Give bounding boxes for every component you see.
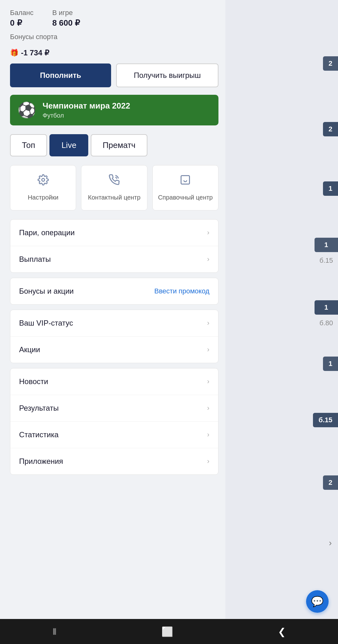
- results-label: Результаты: [19, 404, 59, 413]
- in-game-value: 8 600 ₽: [52, 18, 80, 28]
- menu-group-bonuses: Бонусы и акции Ввести промокод: [10, 278, 218, 305]
- menu-item-stats[interactable]: Статистика ›: [10, 422, 218, 448]
- chevron-payouts: ›: [207, 255, 209, 263]
- chevron-vip: ›: [207, 319, 209, 327]
- menu-item-payouts[interactable]: Выплаты ›: [10, 246, 218, 272]
- apps-label: Приложения: [19, 457, 63, 466]
- news-label: Новости: [19, 377, 48, 386]
- soccer-icon: ⚽: [18, 101, 36, 119]
- menu-item-apps[interactable]: Приложения ›: [10, 448, 218, 474]
- bottom-navigation: ⦀ ⬜ ❮: [0, 619, 338, 644]
- main-panel: Баланс 0 ₽ В игре 8 600 ₽ Бонусы спорта …: [0, 0, 228, 489]
- balance-label: Баланс: [10, 9, 33, 17]
- chevron-bets: ›: [207, 229, 209, 237]
- right-badge-4: 1: [315, 238, 338, 252]
- back-arrow-icon: ❮: [278, 626, 286, 637]
- chevron-apps: ›: [207, 457, 209, 465]
- tab-top[interactable]: Топ: [10, 134, 47, 156]
- right-badge-2: 2: [323, 122, 338, 136]
- bonus-amount: -1 734 ₽: [21, 48, 49, 57]
- tab-prematch[interactable]: Прематч: [91, 134, 147, 156]
- menu-item-vip[interactable]: Ваш VIP-статус ›: [10, 310, 218, 337]
- right-text-1: б.15: [315, 255, 338, 266]
- menu-lines-icon: ⦀: [53, 626, 57, 636]
- chat-icon: 💬: [311, 596, 324, 607]
- menu-item-news[interactable]: Новости ›: [10, 368, 218, 395]
- bonus-label: Бонусы спорта: [10, 33, 57, 41]
- settings-card[interactable]: Настройки: [10, 165, 76, 210]
- chevron-news: ›: [207, 378, 209, 386]
- wc-title: Чемпионат мира 2022: [43, 101, 130, 111]
- nav-home-button[interactable]: ⬜: [152, 623, 182, 640]
- help-icon: [180, 174, 191, 188]
- help-label: Справочный центр: [158, 193, 213, 201]
- right-badge-7: б.15: [313, 413, 338, 427]
- vip-label: Ваш VIP-статус: [19, 319, 73, 327]
- svg-point-0: [42, 179, 44, 181]
- settings-icon: [38, 174, 49, 188]
- svg-rect-1: [181, 176, 190, 184]
- help-card[interactable]: Справочный центр: [152, 165, 218, 210]
- right-chevron: ›: [329, 538, 332, 548]
- menu-item-results[interactable]: Результаты ›: [10, 395, 218, 422]
- balance-item: Баланс 0 ₽: [10, 9, 33, 28]
- promo-code-link[interactable]: Ввести промокод: [154, 287, 209, 295]
- contact-icon: [109, 174, 120, 188]
- payouts-label: Выплаты: [19, 255, 51, 264]
- contact-label: Контактный центр: [88, 193, 141, 201]
- action-buttons: Пополнить Получить выигрыш: [10, 63, 218, 87]
- home-square-icon: ⬜: [161, 626, 173, 637]
- bonus-row: Бонусы спорта: [10, 33, 218, 41]
- stats-label: Статистика: [19, 430, 59, 439]
- wc-subtitle: Футбол: [43, 112, 130, 119]
- right-badge-5: 1: [315, 300, 338, 315]
- deposit-button[interactable]: Пополнить: [10, 63, 111, 87]
- tab-live[interactable]: Live: [49, 134, 88, 156]
- chat-fab-button[interactable]: 💬: [306, 590, 329, 613]
- menu-group-bets: Пари, операции › Выплаты ›: [10, 219, 218, 273]
- bets-label: Пари, операции: [19, 228, 75, 237]
- balance-value: 0 ₽: [10, 18, 33, 28]
- wc-banner-text: Чемпионат мира 2022 Футбол: [43, 101, 130, 119]
- header-section: Баланс 0 ₽ В игре 8 600 ₽ Бонусы спорта …: [10, 9, 218, 63]
- nav-menu-button[interactable]: ⦀: [43, 623, 66, 640]
- chevron-promos: ›: [207, 346, 209, 354]
- menu-item-bonuses[interactable]: Бонусы и акции Ввести промокод: [10, 278, 218, 304]
- bonus-value-row: 🎁 -1 734 ₽: [10, 48, 218, 57]
- in-game-item: В игре 8 600 ₽: [52, 9, 80, 28]
- balance-row: Баланс 0 ₽ В игре 8 600 ₽: [10, 9, 218, 28]
- menu-group-vip: Ваш VIP-статус › Акции ›: [10, 310, 218, 363]
- menu-item-bets[interactable]: Пари, операции ›: [10, 220, 218, 246]
- quick-links-grid: Настройки Контактный центр: [10, 165, 218, 210]
- bonuses-label: Бонусы и акции: [19, 287, 74, 296]
- menu-item-promos[interactable]: Акции ›: [10, 337, 218, 363]
- right-badge-8: 2: [323, 475, 338, 490]
- nav-back-button[interactable]: ❮: [269, 623, 295, 640]
- promos-label: Акции: [19, 345, 40, 354]
- gift-icon: 🎁: [10, 49, 18, 57]
- world-cup-banner[interactable]: ⚽ Чемпионат мира 2022 Футбол: [10, 95, 218, 125]
- right-badge-3: 1: [323, 181, 338, 196]
- right-badge-6: 1: [323, 357, 338, 371]
- withdraw-button[interactable]: Получить выигрыш: [116, 63, 218, 87]
- right-badge-1: 2: [323, 56, 338, 71]
- contact-card[interactable]: Контактный центр: [81, 165, 147, 210]
- chevron-results: ›: [207, 404, 209, 412]
- chevron-stats: ›: [207, 431, 209, 439]
- tabs-section: Топ Live Прематч: [10, 134, 218, 156]
- menu-group-info: Новости › Результаты › Статистика › Прил…: [10, 368, 218, 475]
- in-game-label: В игре: [52, 9, 80, 17]
- settings-label: Настройки: [28, 193, 59, 201]
- right-text-2: б.80: [315, 317, 338, 329]
